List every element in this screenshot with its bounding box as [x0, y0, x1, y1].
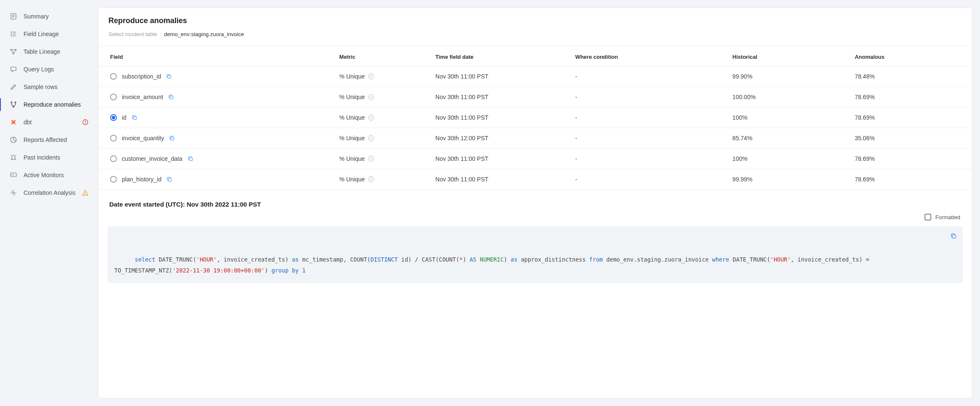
- svg-point-12: [13, 53, 14, 54]
- metric-value: % Unique: [339, 135, 365, 141]
- pie-icon: [9, 136, 18, 144]
- sidebar-item-summary[interactable]: Summary: [0, 8, 98, 25]
- sidebar-item-label: Summary: [24, 13, 89, 20]
- copy-icon[interactable]: [187, 156, 193, 162]
- sidebar-item-active-monitors[interactable]: Active Monitors: [0, 166, 98, 184]
- field-name: plan_history_id: [122, 176, 161, 183]
- radio-icon[interactable]: [110, 73, 117, 80]
- sidebar-item-reproduce-anomalies[interactable]: Reproduce anomalies: [0, 96, 98, 113]
- anomalous-value: 78.69%: [850, 107, 972, 128]
- monitor-icon: [9, 171, 18, 179]
- pencil-icon: [9, 83, 18, 91]
- field-name: invoice_amount: [122, 94, 163, 100]
- metric-value: % Unique: [339, 114, 365, 121]
- sparkle-icon: [9, 189, 18, 197]
- sidebar-item-reports-affected[interactable]: Reports Affected: [0, 131, 98, 149]
- svg-point-14: [15, 102, 16, 103]
- copy-icon[interactable]: [168, 94, 174, 100]
- page-title: Reproduce anomalies: [98, 8, 972, 31]
- radio-icon[interactable]: [110, 155, 117, 162]
- table-row[interactable]: customer_invoice_data% UniqueiNov 30th 1…: [98, 149, 972, 169]
- svg-rect-24: [11, 173, 16, 177]
- sidebar-item-label: Reproduce anomalies: [24, 101, 89, 108]
- svg-line-33: [11, 191, 12, 191]
- info-icon[interactable]: i: [368, 94, 374, 100]
- table-row[interactable]: invoice_quantity% UniqueiNov 30th 12:00 …: [98, 128, 972, 149]
- sidebar-item-correlation-analysis[interactable]: Correlation Analysis: [0, 184, 98, 202]
- radio-icon[interactable]: [110, 114, 117, 121]
- sidebar-item-label: Table Lineage: [24, 48, 89, 55]
- sidebar: Summary Field Lineage Table Lineage Quer…: [0, 0, 98, 406]
- sidebar-item-label: dbt: [24, 119, 76, 126]
- svg-rect-39: [134, 117, 137, 120]
- th-anomalous: Anomalous: [850, 46, 972, 66]
- historical-value: 100.00%: [727, 87, 850, 107]
- anomalies-table: Field Metric Time field date Where condi…: [98, 46, 972, 190]
- sidebar-item-label: Query Logs: [24, 66, 89, 73]
- anomalous-value: 78.69%: [850, 149, 972, 169]
- copy-icon[interactable]: [169, 135, 175, 141]
- sidebar-item-sample-rows[interactable]: Sample rows: [0, 78, 98, 96]
- info-icon[interactable]: i: [368, 115, 374, 120]
- sidebar-item-label: Sample rows: [24, 84, 89, 90]
- copy-icon[interactable]: [950, 232, 957, 239]
- main-content: Reproduce anomalies Select incident tabl…: [98, 0, 980, 406]
- historical-value: 85.74%: [727, 128, 850, 149]
- sidebar-item-label: Field Lineage: [24, 31, 89, 37]
- radio-icon[interactable]: [110, 176, 117, 183]
- svg-line-23: [16, 155, 16, 156]
- table-row[interactable]: plan_history_id% UniqueiNov 30th 11:00 P…: [98, 169, 972, 190]
- info-icon[interactable]: i: [368, 73, 374, 79]
- table-row[interactable]: subscription_id% UniqueiNov 30th 11:00 P…: [98, 66, 972, 87]
- formatted-label: Formatted: [935, 214, 960, 220]
- anomalous-value: 35.06%: [850, 128, 972, 149]
- siren-icon: [9, 153, 18, 162]
- formatted-toggle[interactable]: Formatted: [98, 214, 972, 225]
- copy-icon[interactable]: [166, 73, 172, 79]
- svg-rect-41: [190, 158, 192, 161]
- time-value: Nov 30th 11:00 PST: [430, 169, 570, 190]
- sidebar-item-table-lineage[interactable]: Table Lineage: [0, 43, 98, 60]
- copy-icon[interactable]: [166, 176, 172, 182]
- where-value: -: [570, 149, 727, 169]
- event-start-label: Date event started (UTC): Nov 30th 2022 …: [98, 190, 972, 214]
- where-value: -: [570, 128, 727, 149]
- where-value: -: [570, 66, 727, 87]
- anomalous-value: 78.48%: [850, 66, 972, 87]
- sidebar-item-field-lineage[interactable]: Field Lineage: [0, 25, 98, 43]
- metric-value: % Unique: [339, 155, 365, 162]
- svg-line-34: [15, 194, 16, 195]
- dbt-icon: [9, 118, 18, 126]
- warning-icon: [82, 189, 89, 196]
- sidebar-item-label: Reports Affected: [24, 136, 89, 143]
- sidebar-item-query-logs[interactable]: Query Logs: [0, 60, 98, 78]
- th-historical: Historical: [727, 46, 850, 66]
- time-value: Nov 30th 11:00 PST: [430, 107, 570, 128]
- where-value: -: [570, 169, 727, 190]
- svg-rect-42: [169, 178, 171, 181]
- copy-icon[interactable]: [132, 115, 137, 120]
- svg-point-28: [13, 192, 15, 194]
- field-name: id: [122, 114, 126, 121]
- incident-table-selector[interactable]: Select incident table demo_env:staging.z…: [98, 31, 972, 46]
- table-row[interactable]: id% UniqueiNov 30th 11:00 PST-100%78.69%: [98, 107, 972, 128]
- radio-icon[interactable]: [110, 135, 117, 141]
- sidebar-item-dbt[interactable]: dbt: [0, 113, 98, 131]
- info-icon[interactable]: i: [368, 176, 374, 182]
- field-name: invoice_quantity: [122, 135, 164, 141]
- sidebar-item-past-incidents[interactable]: Past incidents: [0, 149, 98, 166]
- info-icon[interactable]: i: [368, 135, 374, 141]
- where-value: -: [570, 107, 727, 128]
- table-row[interactable]: invoice_amount% UniqueiNov 30th 11:00 PS…: [98, 87, 972, 107]
- radio-icon[interactable]: [110, 94, 117, 100]
- time-value: Nov 30th 11:00 PST: [430, 66, 570, 87]
- svg-point-10: [11, 49, 12, 50]
- svg-point-8: [11, 36, 12, 37]
- time-value: Nov 30th 11:00 PST: [430, 149, 570, 169]
- svg-rect-37: [168, 76, 171, 79]
- info-icon[interactable]: i: [368, 156, 374, 162]
- metric-value: % Unique: [339, 73, 365, 80]
- list-icon: [9, 30, 18, 38]
- sql-query[interactable]: select DATE_TRUNC('HOUR', invoice_create…: [108, 226, 963, 283]
- branch-icon: [9, 100, 18, 109]
